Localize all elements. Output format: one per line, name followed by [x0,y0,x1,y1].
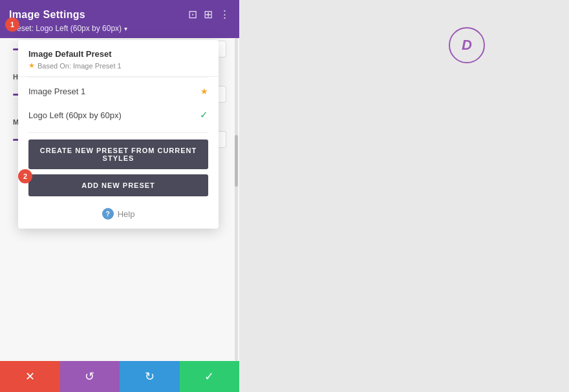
grid-icon[interactable]: ⊞ [204,8,213,21]
panel-footer: ✕ ↺ ↻ ✓ [0,361,239,392]
default-preset-item[interactable]: Image Default Preset ★ Based On: Image P… [18,40,219,77]
check-icon: ✓ [200,109,208,121]
redo-icon: ↻ [145,369,155,384]
based-on-label: Based On: Image Preset 1 [38,62,122,70]
panel-title: Image Settings [9,9,85,21]
help-label: Help [118,209,135,219]
preset-item-2[interactable]: Logo Left (60px by 60px) ✓ [18,103,219,127]
preset-list: Image Preset 1 ★ Logo Left (60px by 60px… [18,77,219,130]
step-badge-1: 1 [5,17,19,32]
preset-item-1-label: Image Preset 1 [28,87,85,96]
create-preset-button[interactable]: CREATE NEW PRESET FROM CURRENT STYLES [28,139,208,169]
divi-logo: D [449,27,485,63]
more-options-icon[interactable]: ⋮ [219,8,230,21]
redo-button[interactable]: ↻ [120,361,180,392]
preset-dropdown: Image Default Preset ★ Based On: Image P… [18,40,219,229]
preset-based-on: ★ Based On: Image Preset 1 [28,61,208,70]
save-icon: ✓ [204,369,214,384]
chevron-down-icon: ▾ [124,25,127,32]
undo-button[interactable]: ↺ [60,361,120,392]
expand-icon[interactable]: ⊡ [188,8,197,21]
panel-header-icons: ⊡ ⊞ ⋮ [188,8,230,21]
undo-icon: ↺ [85,369,94,384]
panel-header: Image Settings ⊡ ⊞ ⋮ Preset: Logo Left (… [0,0,239,38]
help-icon: ? [102,208,114,220]
separator [28,132,208,133]
save-button[interactable]: ✓ [180,361,240,392]
preset-item-2-label: Logo Left (60px by 60px) [28,110,122,120]
star-icon: ★ [28,61,35,70]
star-icon: ★ [200,87,208,96]
preset-selector-label: Preset: Logo Left (60px by 60px) [9,24,122,33]
close-button[interactable]: ✕ [0,361,60,392]
image-settings-panel: Image Settings ⊡ ⊞ ⋮ Preset: Logo Left (… [0,0,239,392]
preset-item-1[interactable]: Image Preset 1 ★ [18,80,219,103]
step-badge-2: 2 [18,169,32,183]
close-icon: ✕ [25,369,35,384]
default-preset-name: Image Default Preset [28,49,208,59]
preset-selector[interactable]: Preset: Logo Left (60px by 60px) ▾ [9,24,230,33]
add-preset-button[interactable]: ADD NEW PRESET [28,174,208,196]
help-row[interactable]: ? Help [18,204,219,229]
panel-header-top: Image Settings ⊡ ⊞ ⋮ [9,8,230,21]
